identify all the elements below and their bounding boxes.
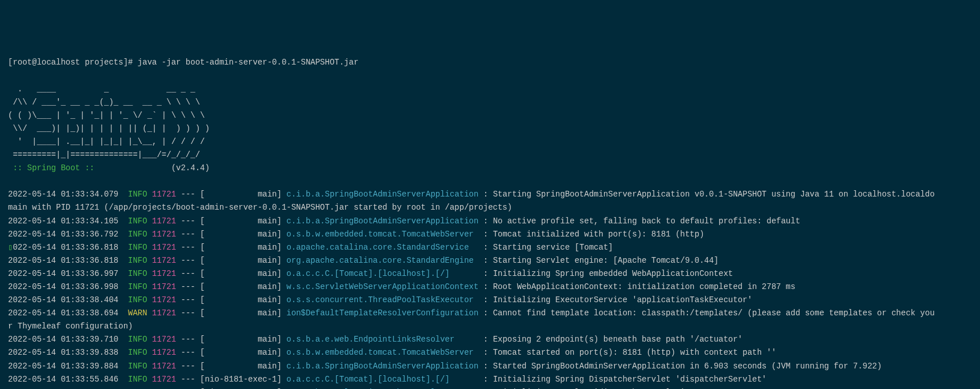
log-timestamp: 2022-05-14 01:33:55.846 [8,375,118,384]
log-continuation: main with PID 11721 (/app/projects/boot-… [8,201,972,214]
log-message: No active profile set, falling back to d… [493,216,801,226]
log-timestamp: 2022-05-14 01:33:36.818 [8,256,118,265]
terminal-output: [root@localhost projects]# java -jar boo… [8,56,972,389]
log-level: INFO [128,348,147,357]
log-thread: main [205,348,277,357]
log-thread: main [205,256,277,265]
log-timestamp: 2022-05-14 01:33:39.884 [8,362,118,371]
log-pid: 11721 [152,230,176,239]
spring-boot-version: (v2.4.4) [99,163,210,173]
log-level: INFO [128,282,147,291]
log-pid: 11721 [152,348,176,357]
log-pid: 11721 [152,269,176,278]
log-line: 2022-05-14 01:33:39.710 INFO 11721 --- [… [8,333,972,346]
log-line: 2022-05-14 01:33:34.079 INFO 11721 --- [… [8,188,972,201]
spring-boot-label: :: Spring Boot :: [8,163,99,173]
log-timestamp: 2022-05-14 01:33:39.838 [8,348,118,357]
log-message: Initializing ExecutorService 'applicatio… [493,295,753,304]
log-line: 2022-05-14 01:33:38.404 INFO 11721 --- [… [8,294,972,307]
log-level: INFO [128,269,147,278]
log-message: Initializing Spring DispatcherServlet 'd… [493,375,767,384]
log-logger: org.apache.catalina.core.StandardEngine [286,256,478,265]
log-level: INFO [128,295,147,304]
log-container: 2022-05-14 01:33:34.079 INFO 11721 --- [… [8,188,972,389]
log-line: 2022-05-14 01:33:39.838 INFO 11721 --- [… [8,346,972,359]
log-timestamp: 2022-05-14 01:33:39.710 [8,335,118,344]
log-timestamp: 2022-05-14 01:33:36.792 [8,230,118,239]
log-logger: o.s.s.concurrent.ThreadPoolTaskExecutor [286,295,478,304]
log-timestamp: 022-05-14 01:33:36.818 [13,243,118,252]
log-thread: main [205,335,277,344]
ascii-banner-line: \\/ ___)| |_)| | | | | || (_| | ) ) ) ) [8,124,210,133]
log-level: INFO [128,190,147,199]
log-message: Root WebApplicationContext: initializati… [493,282,795,291]
ascii-banner-line: ( ( )\___ | '_ | '_| | '_ \/ _` | \ \ \ … [8,111,205,120]
log-thread: main [205,282,277,291]
log-logger: o.a.c.c.C.[Tomcat].[localhost].[/] [286,269,478,278]
log-logger: o.a.c.c.C.[Tomcat].[localhost].[/] [286,375,478,384]
log-pid: 11721 [152,375,176,384]
log-line: 2022-05-14 01:33:55.846 INFO 11721 --- [… [8,373,972,386]
log-timestamp: 2022-05-14 01:33:34.105 [8,216,118,226]
log-thread: main [205,308,277,318]
log-pid: 11721 [152,362,176,371]
log-timestamp: 2022-05-14 01:33:36.997 [8,269,118,278]
log-message: Tomcat started on port(s): 8181 (http) w… [493,348,777,357]
log-line: 2022-05-14 01:33:36.998 INFO 11721 --- [… [8,280,972,294]
log-logger: o.s.b.w.embedded.tomcat.TomcatWebServer [286,230,478,239]
log-line: 2022-05-14 01:33:39.884 INFO 11721 --- [… [8,360,972,373]
log-logger: o.s.b.w.embedded.tomcat.TomcatWebServer [286,348,478,357]
log-timestamp: 2022-05-14 01:33:36.998 [8,282,118,291]
log-logger: c.i.b.a.SpringBootAdminServerApplication [286,190,478,199]
log-level: INFO [128,375,147,384]
log-message: Starting SpringBootAdminServerApplicatio… [493,190,935,199]
log-level: INFO [128,243,147,252]
log-line: ▯022-05-14 01:33:36.818 INFO 11721 --- [… [8,241,972,254]
log-line: 2022-05-14 01:33:34.105 INFO 11721 --- [… [8,215,972,228]
ascii-banner-line: /\\ / ___'_ __ _ _(_)_ __ __ _ \ \ \ \ [8,98,200,107]
log-logger: c.i.b.a.SpringBootAdminServerApplication [286,362,478,371]
log-logger: o.s.b.a.e.web.EndpointLinksResolver [286,335,478,344]
ascii-banner-line: . ____ _ __ _ _ [8,85,195,94]
ascii-banner-line: =========|_|==============|___/=/_/_/_/ [8,150,200,159]
log-message: Starting Servlet engine: [Apache Tomcat/… [493,256,719,265]
log-level: WARN [128,308,147,318]
log-timestamp: 2022-05-14 01:33:34.079 [8,190,118,199]
log-logger: o.apache.catalina.core.StandardService [286,243,478,252]
log-message: Started SpringBootAdminServerApplication… [493,362,882,371]
log-level: INFO [128,216,147,226]
log-message: Exposing 2 endpoint(s) beneath base path… [493,335,743,344]
log-level: INFO [128,335,147,344]
log-line: 2022-05-14 01:33:36.997 INFO 11721 --- [… [8,267,972,280]
ascii-banner-line: ' |____| .__|_| |_|_| |_\__, | / / / / [8,137,205,146]
log-pid: 11721 [152,295,176,304]
log-thread: main [205,295,277,304]
log-pid: 11721 [152,335,176,344]
log-continuation: r Thymeleaf configuration) [8,320,972,333]
log-thread: main [205,269,277,278]
log-thread: main [205,243,277,252]
log-pid: 11721 [152,282,176,291]
log-logger: ion$DefaultTemplateResolverConfiguration [286,308,478,318]
log-pid: 11721 [152,216,176,226]
log-line: 2022-05-14 01:33:36.792 INFO 11721 --- [… [8,228,972,241]
log-thread: main [205,230,277,239]
log-logger: w.s.c.ServletWebServerApplicationContext [286,282,478,291]
log-line: 2022-05-14 01:33:55.852 INFO 11721 --- [… [8,386,972,389]
log-timestamp: 2022-05-14 01:33:38.694 [8,308,118,318]
log-message: Starting service [Tomcat] [493,243,613,252]
log-pid: 11721 [152,256,176,265]
log-line: 2022-05-14 01:33:38.694 WARN 11721 --- [… [8,307,972,320]
log-thread: nio-8181-exec-1 [205,375,277,384]
log-message: Initializing Spring embedded WebApplicat… [493,269,733,278]
log-timestamp: 2022-05-14 01:33:38.404 [8,295,118,304]
log-logger: c.i.b.a.SpringBootAdminServerApplication [286,216,478,226]
log-pid: 11721 [152,308,176,318]
log-message: Cannot find template location: classpath… [493,308,935,318]
log-level: INFO [128,256,147,265]
log-thread: main [205,362,277,371]
shell-prompt: [root@localhost projects]# java -jar boo… [8,58,358,67]
log-pid: 11721 [152,243,176,252]
log-pid: 11721 [152,190,176,199]
log-line: 2022-05-14 01:33:36.818 INFO 11721 --- [… [8,254,972,267]
